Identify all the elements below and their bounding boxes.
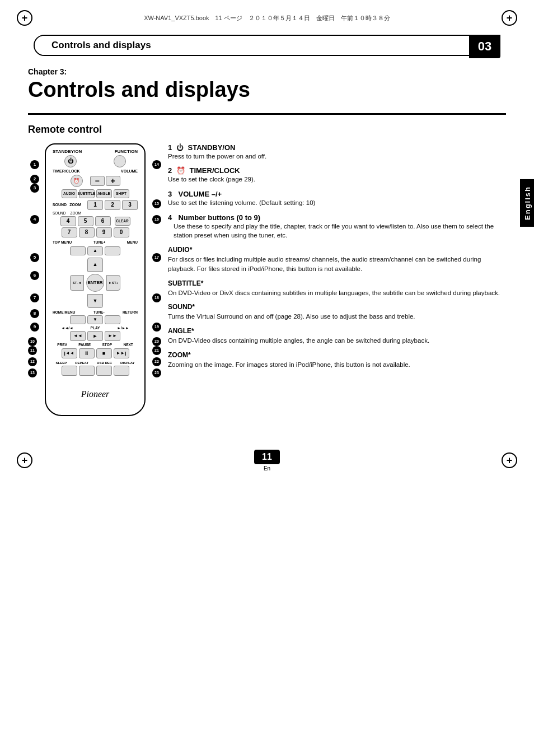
callout-23: 23 <box>152 368 161 377</box>
top-menu-label: TOP MENU <box>53 240 72 244</box>
desc-item-3: 3 VOLUME –/+ Use to set the listening vo… <box>168 190 506 208</box>
clear-btn[interactable]: CLEAR <box>115 217 130 226</box>
function-btn[interactable] <box>114 155 126 167</box>
page-area: 11 En <box>254 450 280 472</box>
row-playback: ◄◄ ► ►► <box>50 331 140 341</box>
callout-3: 3 <box>30 184 39 193</box>
function-label: FUNCTION <box>115 149 138 154</box>
tune-up-label: TUNE+ <box>93 240 106 244</box>
row-7890: 7 8 9 0 <box>50 227 140 237</box>
home-menu-label: HOME MENU <box>53 310 75 314</box>
header-title: Controls and displays <box>51 40 151 51</box>
btn-9[interactable]: 9 <box>96 227 112 237</box>
row-timer-vol: ⏰ − + <box>50 175 140 187</box>
standby-btn[interactable]: ⏻ <box>64 155 77 167</box>
nav-up-btn[interactable]: ▲ <box>87 258 103 272</box>
desc-text-4: Use these to specify and play the title,… <box>168 222 506 240</box>
top-marks-area: XW-NAV1_VXZT5.book 11 ページ ２０１０年５月１４日 金曜日… <box>0 0 534 30</box>
tune-down-btn[interactable]: ▼ <box>87 315 103 324</box>
prev-btn[interactable]: |◄◄ <box>62 348 77 358</box>
display-btn[interactable] <box>114 366 129 376</box>
remote-body: STANDBY/ON FUNCTION ⏻ TIMER/CLOCK <box>45 143 146 416</box>
nav-right-btn[interactable]: ►ST+ <box>106 275 120 291</box>
desc-item-subtitle: SUBTITLE* On DVD-Video or DivX discs con… <box>168 279 506 298</box>
btn-7[interactable]: 7 <box>62 227 77 237</box>
timer-btn[interactable]: ⏰ <box>71 175 83 187</box>
reg-mark-bottom-left <box>17 452 32 468</box>
btn-5[interactable]: 5 <box>78 216 93 226</box>
desc-text-1: Press to turn the power on and off. <box>168 152 506 161</box>
pause-btn[interactable]: ⏸ <box>79 348 95 358</box>
usbrec-btn[interactable] <box>96 366 112 376</box>
row-topmenu: ▲ <box>50 246 140 255</box>
desc-title-2: TIMER/CLOCK <box>189 166 240 175</box>
tune-up-btn[interactable]: ▲ <box>87 246 103 255</box>
btn-6[interactable]: 6 <box>95 216 111 226</box>
sound-label: SOUND <box>53 211 65 215</box>
btn-2[interactable]: 2 <box>105 200 120 210</box>
play-btn[interactable]: ► <box>87 331 103 341</box>
callout-19: 19 <box>152 323 161 332</box>
reg-mark-bottom-right <box>502 452 517 468</box>
reg-mark-top-right <box>502 10 517 26</box>
callout-12: 12 <box>28 357 37 366</box>
btn-8[interactable]: 8 <box>79 227 95 237</box>
stop-btn[interactable]: ■ <box>96 348 112 358</box>
rev-btn[interactable]: ◄◄ <box>70 331 86 341</box>
callout-14: 14 <box>152 160 161 169</box>
pause-label: PAUSE <box>78 343 91 347</box>
return-label: RETURN <box>123 310 138 314</box>
home-menu-btn[interactable] <box>70 315 86 324</box>
nav-down-btn[interactable]: ▼ <box>87 294 103 308</box>
desc-sub-title-sound: SOUND* <box>168 303 506 311</box>
desc-sub-title-subtitle: SUBTITLE* <box>168 279 506 287</box>
subtitle-btn[interactable]: SUBTITLE <box>79 189 95 198</box>
desc-item-4: 4 Number buttons (0 to 9) Use these to s… <box>168 213 506 240</box>
return-btn[interactable] <box>105 315 120 324</box>
sleep-label: SLEEP <box>55 361 67 365</box>
vol-plus-btn[interactable]: + <box>106 176 120 186</box>
usbrec-label: USB REC <box>97 361 112 365</box>
sleep-btn[interactable] <box>62 366 77 376</box>
zoom-label: ZOOM <box>70 211 81 215</box>
btn-3[interactable]: 3 <box>122 200 138 210</box>
nav-enter-btn[interactable]: ENTER <box>86 274 104 292</box>
reg-mark-top-left <box>17 10 32 26</box>
btn-4[interactable]: 4 <box>60 216 76 226</box>
repeat-label: REPEAT <box>75 361 88 365</box>
btn-1[interactable]: 1 <box>87 200 103 210</box>
callout-8: 8 <box>30 309 39 318</box>
shift-btn[interactable]: SHIFT <box>114 189 129 198</box>
fwd-btn[interactable]: ►► <box>105 331 120 341</box>
row-prevnext: |◄◄ ⏸ ■ ►►| <box>50 348 140 358</box>
top-menu-btn[interactable] <box>70 246 86 255</box>
audio-btn[interactable]: AUDIO <box>62 189 77 198</box>
row-homemenu: ▼ <box>50 315 140 324</box>
callout-13: 13 <box>28 368 37 377</box>
timer-label: TIMER/CLOCK <box>53 169 80 173</box>
menu-btn[interactable] <box>105 246 120 255</box>
callout-20: 20 <box>152 337 161 346</box>
main-content: Chapter 3: Controls and displays Remote … <box>0 56 534 427</box>
desc-text-2: Use to set the clock (page 29). <box>168 175 506 184</box>
next-btn[interactable]: ►►| <box>114 348 129 358</box>
desc-title-4: Number buttons (0 to 9) <box>178 213 260 222</box>
desc-text-audio: For discs or files including multiple au… <box>168 255 506 273</box>
desc-num-2: 2 <box>168 166 172 175</box>
row-label-sz: SOUND ZOOM <box>50 211 140 215</box>
angle-btn[interactable]: ANGLE <box>96 189 112 198</box>
repeat-btn[interactable] <box>79 366 95 376</box>
next-label: NEXT <box>123 343 133 347</box>
callout-6: 6 <box>30 271 39 280</box>
row-audio: AUDIO SUBTITLE ANGLE SHIFT <box>50 189 140 198</box>
desc-num-1: 1 <box>168 143 172 152</box>
desc-sub-title-zoom: ZOOM* <box>168 351 506 359</box>
callout-16: 16 <box>152 215 161 224</box>
desc-text-subtitle: On DVD-Video or DivX discs containing su… <box>168 288 506 298</box>
nav-left-btn[interactable]: ST-◄ <box>70 275 84 291</box>
display-label: DISPLAY <box>120 361 134 365</box>
vol-minus-btn[interactable]: − <box>90 176 105 186</box>
btn-0[interactable]: 0 <box>114 227 129 237</box>
desc-item-audio: AUDIO* For discs or files including mult… <box>168 246 506 273</box>
section-divider <box>28 113 506 115</box>
